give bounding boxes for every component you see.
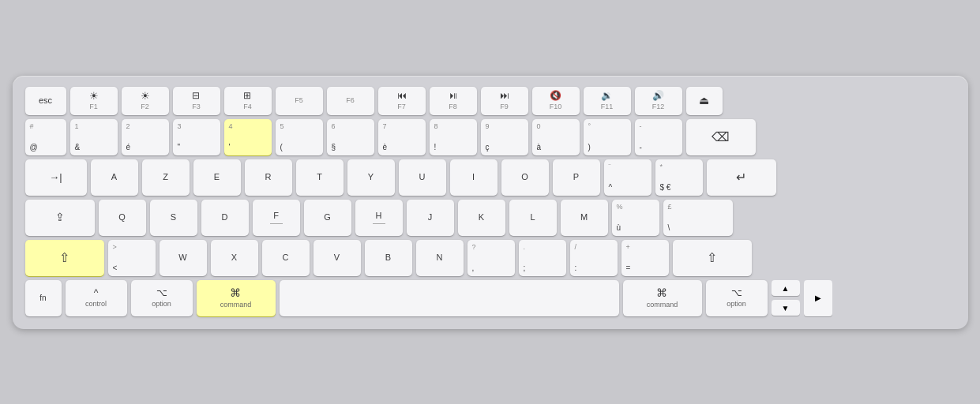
key-semi[interactable]: . ; [519,240,566,276]
key-a[interactable]: A [91,159,138,196]
key-9[interactable]: 9 ç [481,119,528,155]
key-hash[interactable]: # @ [25,119,66,155]
key-arrow-up[interactable]: ▲ [772,280,800,296]
key-d[interactable]: D [201,200,249,236]
key-k[interactable]: K [458,200,505,236]
key-m[interactable]: M [561,200,608,236]
key-fn[interactable]: fn [25,280,62,316]
key-r[interactable]: R [245,159,292,196]
key-f4[interactable]: ⊞ F4 [224,87,272,115]
key-spacebar[interactable] [280,280,619,316]
key-p[interactable]: P [553,159,600,196]
key-arrow-down[interactable]: ▼ [772,300,800,316]
key-f3[interactable]: ⊟ F3 [173,87,220,115]
bot-key-row: ⇧ > < W X C V B N ? , [25,240,956,276]
key-equals[interactable]: + = [621,240,669,276]
key-w[interactable]: W [160,240,207,276]
shift-left-icon: ⇧ [59,250,69,265]
key-4[interactable]: 4 ' [224,119,272,155]
key-eject[interactable]: ⏏ [686,87,723,115]
key-y[interactable]: Y [347,159,395,196]
key-f9[interactable]: ⏭ F9 [481,87,528,115]
key-z[interactable]: Z [142,159,190,196]
key-e[interactable]: E [193,159,241,196]
key-f12[interactable]: 🔊 F12 [635,87,682,115]
key-8[interactable]: 8 ! [430,119,477,155]
key-less[interactable]: > < [108,240,156,276]
key-o[interactable]: O [501,159,549,196]
key-l[interactable]: L [509,200,557,236]
key-v[interactable]: V [314,240,361,276]
key-f1[interactable]: ☀ F1 [70,87,118,115]
shift-right-icon: ⇧ [707,250,717,265]
key-tab[interactable]: →| [25,159,87,196]
key-6[interactable]: 6 § [327,119,374,155]
key-s[interactable]: S [150,200,197,236]
key-0[interactable]: 0 à [532,119,580,155]
key-f5[interactable]: F5 [276,87,323,115]
num-key-row: # @ 1 & 2 é 3 " 4 ' [25,119,956,155]
key-control[interactable]: ^ control [66,280,127,316]
key-command-left[interactable]: ⌘ command [197,280,276,316]
key-arrow-right[interactable]: ▶ [804,280,832,316]
key-x[interactable]: X [211,240,258,276]
space-key-row: fn ^ control ⌥ option ⌘ command ⌘ com [25,280,956,316]
key-7[interactable]: 7 è [378,119,426,155]
key-return[interactable]: ↵ [707,159,776,196]
key-1[interactable]: 1 & [70,119,118,155]
key-f11[interactable]: 🔉 F11 [584,87,631,115]
key-h[interactable]: H [355,200,403,236]
keyboard: esc ☀ F1 ☀ F2 ⊟ F3 ⊞ F4 [13,76,968,329]
key-comma[interactable]: ? , [467,240,515,276]
key-f7[interactable]: ⏮ F7 [378,87,426,115]
mid-key-row: ⇪ Q S D F G H J [25,200,956,236]
key-slash[interactable]: / : [570,240,618,276]
key-q[interactable]: Q [99,200,146,236]
key-f8[interactable]: ⏯ F8 [430,87,477,115]
key-pound[interactable]: £ \ [663,200,733,236]
key-2[interactable]: 2 é [122,119,169,155]
key-backspace[interactable]: ⌫ [686,119,756,155]
fn-key-row: esc ☀ F1 ☀ F2 ⊟ F3 ⊞ F4 [25,87,956,115]
key-command-right[interactable]: ⌘ command [623,280,702,316]
arrow-cluster: ▲ ▼ ▶ [772,280,832,316]
key-dollar[interactable]: * $ € [655,159,703,196]
key-f2[interactable]: ☀ F2 [122,87,169,115]
top-key-row: →| A Z E R T Y U I O P [25,159,956,196]
key-i[interactable]: I [450,159,498,196]
key-esc[interactable]: esc [25,87,66,115]
key-minus[interactable]: - - [635,119,682,155]
key-t[interactable]: T [296,159,344,196]
return-icon: ↵ [736,170,746,185]
key-b[interactable]: B [365,240,412,276]
key-capslock[interactable]: ⇪ [25,200,95,236]
key-g[interactable]: G [304,200,351,236]
key-j[interactable]: J [407,200,454,236]
key-option-left[interactable]: ⌥ option [131,280,193,316]
key-f10[interactable]: 🔇 F10 [532,87,580,115]
backspace-icon: ⌫ [712,129,730,144]
key-n[interactable]: N [416,240,464,276]
key-u[interactable]: U [399,159,446,196]
key-5[interactable]: 5 ( [276,119,323,155]
key-f[interactable]: F [253,200,300,236]
key-caret[interactable]: ¨ ^ [604,159,651,196]
key-f6[interactable]: F6 [327,87,374,115]
key-shift-left[interactable]: ⇧ [25,240,104,276]
key-rparen[interactable]: ° ) [584,119,631,155]
key-percent[interactable]: % ù [612,200,659,236]
key-c[interactable]: C [262,240,310,276]
key-option-right[interactable]: ⌥ option [706,280,768,316]
key-3[interactable]: 3 " [173,119,220,155]
key-shift-right[interactable]: ⇧ [673,240,752,276]
